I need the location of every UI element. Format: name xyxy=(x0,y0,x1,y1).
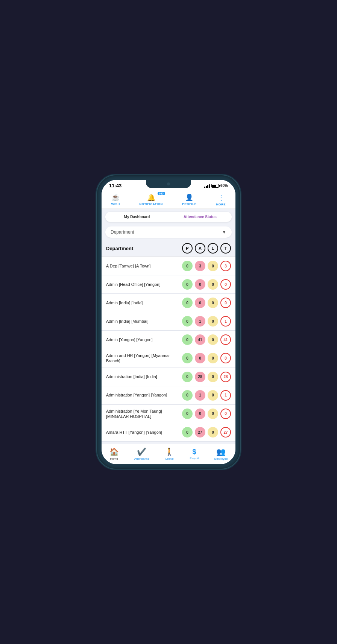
table-row[interactable]: Administration [India] [India] 0 28 0 28 xyxy=(102,368,235,386)
t-value: 3 xyxy=(220,261,231,271)
bottom-nav-home[interactable]: 🏠 Home xyxy=(109,447,119,460)
row-values: 0 0 0 0 xyxy=(182,279,231,290)
p-value: 0 xyxy=(182,298,193,308)
row-name: A Dep [Tamwe] [A Town] xyxy=(106,263,182,269)
a-value: 3 xyxy=(195,261,205,271)
row-name: Admin [India] [Mumbai] xyxy=(106,319,182,324)
bottom-nav-leave[interactable]: 🚶 Leave xyxy=(165,447,174,460)
table-row[interactable]: Amara RTT [Yangon] [Yangon] 0 27 0 27 xyxy=(102,423,235,442)
l-value: 0 xyxy=(208,372,218,382)
table-header: Department P A L T xyxy=(102,240,235,257)
row-values: 0 27 0 27 xyxy=(182,427,231,437)
t-value: 0 xyxy=(220,353,231,363)
p-value: 0 xyxy=(182,409,193,419)
l-value: 0 xyxy=(208,353,218,363)
payroll-icon: $ xyxy=(193,448,196,456)
row-name: Admin [Head Office] [Yangon] xyxy=(106,282,182,287)
row-values: 0 28 0 28 xyxy=(182,372,231,382)
table-row[interactable]: Admin [Head Office] [Yangon] 0 0 0 0 xyxy=(102,275,235,294)
home-label: Home xyxy=(110,457,118,460)
t-value: 27 xyxy=(220,427,231,437)
table-row[interactable]: Admin [Yangon] [Yangon] 0 41 0 41 xyxy=(102,331,235,349)
chevron-down-icon: ▼ xyxy=(222,229,226,235)
row-values: 0 0 0 0 xyxy=(182,409,231,419)
department-filter[interactable]: Department ▼ xyxy=(105,226,232,238)
p-value: 0 xyxy=(182,316,193,327)
nav-notification[interactable]: 🔔 935 NOTIFICATION xyxy=(139,193,162,206)
col-l-icon: L xyxy=(208,243,218,254)
a-value: 41 xyxy=(195,334,205,345)
phone-frame: 11:43 60% ☕ WISH 🔔 xyxy=(97,175,240,469)
table-row[interactable]: Administration [Ye Mon Taung] [MINGALAR … xyxy=(102,405,235,424)
l-value: 0 xyxy=(208,334,218,345)
row-name: Admin and HR [Yangon] [Myanmar Branch] xyxy=(106,353,182,364)
notification-icon: 🔔 xyxy=(147,193,155,202)
p-value: 0 xyxy=(182,353,193,363)
row-name: Admin [India] [India] xyxy=(106,300,182,305)
row-name: Administration [Yangon] [Yangon] xyxy=(106,392,182,398)
nav-profile[interactable]: 👤 PROFILE xyxy=(182,193,196,206)
employee-label: Employee xyxy=(214,457,228,460)
t-value: 28 xyxy=(220,372,231,382)
row-values: 0 0 0 0 xyxy=(182,298,231,308)
bottom-nav: 🏠 Home ✔️ Attendance 🚶 Leave $ Payroll 👥… xyxy=(102,444,235,464)
a-value: 1 xyxy=(195,316,205,327)
status-icons: 60% xyxy=(204,184,228,188)
l-value: 0 xyxy=(208,427,218,437)
p-value: 0 xyxy=(182,390,193,401)
a-value: 0 xyxy=(195,353,205,363)
t-value: 0 xyxy=(220,409,231,419)
p-value: 0 xyxy=(182,261,193,271)
row-name: Administration [India] [India] xyxy=(106,374,182,379)
row-name: Amara RTT [Yangon] [Yangon] xyxy=(106,430,182,435)
bottom-nav-payroll[interactable]: $ Payroll xyxy=(190,448,199,460)
l-value: 0 xyxy=(208,279,218,290)
tab-dashboard[interactable]: My Dashboard xyxy=(105,212,168,222)
a-value: 0 xyxy=(195,298,205,308)
nav-wish[interactable]: ☕ WISH xyxy=(111,193,120,206)
a-value: 28 xyxy=(195,372,205,382)
profile-icon: 👤 xyxy=(185,193,193,202)
row-name: Administration [Ye Mon Taung] [MINGALAR … xyxy=(106,409,182,419)
notch xyxy=(146,180,191,188)
l-value: 0 xyxy=(208,261,218,271)
camera-dot xyxy=(167,182,170,185)
p-value: 0 xyxy=(182,279,193,290)
bottom-nav-attendance[interactable]: ✔️ Attendance xyxy=(134,447,149,460)
t-value: 1 xyxy=(220,390,231,401)
top-nav: ☕ WISH 🔔 935 NOTIFICATION 👤 PROFILE ⋮ MO… xyxy=(102,190,235,209)
bottom-nav-employee[interactable]: 👥 Employee xyxy=(214,447,228,460)
home-icon: 🏠 xyxy=(109,447,119,456)
employee-icon: 👥 xyxy=(216,447,226,456)
p-value: 0 xyxy=(182,334,193,345)
phone-screen: 11:43 60% ☕ WISH 🔔 xyxy=(102,180,235,464)
nav-more[interactable]: ⋮ MORE xyxy=(216,193,226,206)
col-t-icon: T xyxy=(220,243,231,254)
profile-label: PROFILE xyxy=(182,202,196,206)
table-row[interactable]: Admin and HR [Yangon] [Myanmar Branch] 0… xyxy=(102,349,235,368)
notification-label: NOTIFICATION xyxy=(139,202,162,206)
row-name: Admin [Yangon] [Yangon] xyxy=(106,337,182,342)
tab-attendance-status[interactable]: Attendance Status xyxy=(168,212,232,222)
row-values: 0 0 0 0 xyxy=(182,353,231,363)
t-value: 1 xyxy=(220,316,231,327)
battery-icon xyxy=(211,184,219,188)
row-values: 0 1 0 1 xyxy=(182,316,231,327)
l-value: 0 xyxy=(208,298,218,308)
signal-icon xyxy=(204,184,210,188)
table-row[interactable]: A Dep [Tamwe] [A Town] 0 3 0 3 xyxy=(102,257,235,275)
l-value: 0 xyxy=(208,409,218,419)
a-value: 0 xyxy=(195,409,205,419)
leave-label: Leave xyxy=(165,457,174,460)
p-value: 0 xyxy=(182,427,193,437)
l-value: 0 xyxy=(208,316,218,327)
t-value: 41 xyxy=(220,334,231,345)
t-value: 0 xyxy=(220,279,231,290)
l-value: 0 xyxy=(208,390,218,401)
more-icon: ⋮ xyxy=(217,193,224,202)
table-row[interactable]: Admin [India] [Mumbai] 0 1 0 1 xyxy=(102,312,235,331)
wish-label: WISH xyxy=(111,202,120,206)
table-row[interactable]: Admin [India] [India] 0 0 0 0 xyxy=(102,294,235,312)
p-value: 0 xyxy=(182,372,193,382)
table-row[interactable]: Administration [Yangon] [Yangon] 0 1 0 1 xyxy=(102,386,235,405)
